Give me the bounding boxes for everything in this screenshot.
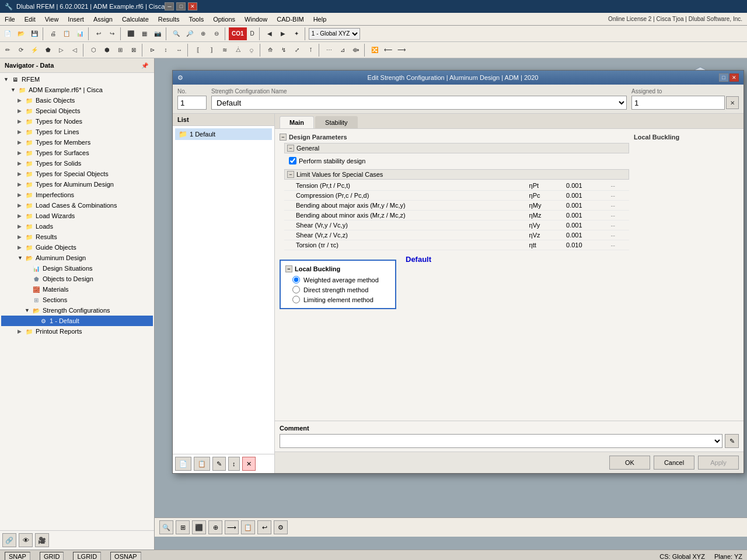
nav-root-rfem[interactable]: ▼ 🖥 RFEM (1, 74, 153, 85)
tb2-btn-18[interactable]: ⍜ (245, 44, 258, 57)
sidebar-item-design-situations[interactable]: 📊 Design Situations (1, 263, 153, 274)
comment-edit-btn[interactable]: ✎ (725, 434, 739, 448)
sidebar-item-1-default[interactable]: ⚙ 1 - Default (1, 316, 153, 326)
tb2-btn-1[interactable]: ✏ (1, 44, 14, 57)
sidebar-item-sections[interactable]: ⊞ Sections (1, 295, 153, 305)
tb2-btn-5[interactable]: ▷ (55, 44, 68, 57)
tb2-btn-2[interactable]: ⟳ (15, 44, 27, 57)
tb2-btn-3[interactable]: ⚡ (28, 44, 41, 57)
assigned-input[interactable] (631, 96, 725, 110)
sidebar-item-aluminum-design[interactable]: ▼ 📂 Aluminum Design (1, 253, 153, 263)
lgrid-status[interactable]: LGRID (73, 552, 101, 561)
tb2-btn-8[interactable]: ⬢ (100, 44, 113, 57)
list-delete-btn[interactable]: ✕ (242, 457, 256, 471)
collapse-design-params[interactable]: − (280, 134, 287, 141)
tb2-btn-28[interactable]: ⟶ (395, 44, 408, 57)
sidebar-item-materials[interactable]: 🧱 Materials (1, 284, 153, 295)
sidebar-item-types-nodes[interactable]: ▶ 📁 Types for Nodes (1, 116, 153, 127)
nav-footer-btn-3[interactable]: 🎥 (35, 533, 49, 547)
menu-assign[interactable]: Assign (89, 15, 117, 24)
sidebar-item-loads[interactable]: ▶ 📁 Loads (1, 221, 153, 232)
tb2-btn-17[interactable]: ⧊ (232, 44, 245, 57)
menu-window[interactable]: Window (240, 15, 272, 24)
tb2-btn-12[interactable]: ↕ (159, 44, 172, 57)
tb-btn-extra-1[interactable]: ◀ (263, 27, 276, 40)
maximize-button[interactable]: □ (176, 2, 186, 10)
bottom-btn-settings[interactable]: ⚙ (274, 520, 288, 534)
list-copy-btn[interactable]: 📋 (194, 457, 210, 471)
menu-view[interactable]: View (40, 15, 64, 24)
tb2-btn-27[interactable]: ⟵ (382, 44, 395, 57)
sidebar-item-load-wizards[interactable]: ▶ 📁 Load Wizards (1, 211, 153, 221)
menu-tools[interactable]: Tools (184, 15, 208, 24)
zoom-btn-3[interactable]: ⊕ (197, 27, 210, 40)
osnap-status[interactable]: OSNAP (110, 552, 141, 561)
bottom-btn-lines[interactable]: ⟶ (225, 520, 239, 534)
bottom-btn-undo[interactable]: ↩ (257, 520, 271, 534)
tb-btn-extra-3[interactable]: ✦ (290, 27, 303, 40)
radio-direct-input[interactable] (292, 286, 300, 293)
tb2-btn-21[interactable]: ⤢ (291, 44, 303, 57)
tb2-btn-6[interactable]: ◁ (68, 44, 81, 57)
snap-status[interactable]: SNAP (5, 552, 30, 561)
coord-system-select[interactable]: 1 - Global XYZ (309, 28, 360, 40)
nav-footer-btn-2[interactable]: 👁 (19, 533, 33, 547)
list-add-btn[interactable]: 📄 (175, 457, 191, 471)
open-btn[interactable]: 📂 (15, 27, 27, 40)
sidebar-item-types-special-objects[interactable]: ▶ 📁 Types for Special Objects (1, 169, 153, 179)
bottom-btn-nodes[interactable]: ⊕ (208, 520, 222, 534)
zoom-btn-1[interactable]: 🔍 (170, 27, 183, 40)
tb2-btn-9[interactable]: ⊞ (114, 44, 127, 57)
tb2-btn-11[interactable]: ⊳ (146, 44, 159, 57)
nav-footer-btn-1[interactable]: 🔗 (2, 533, 16, 547)
tb2-btn-16[interactable]: ≋ (218, 44, 231, 57)
save-btn[interactable]: 💾 (28, 27, 41, 40)
menu-help[interactable]: Help (309, 15, 331, 24)
menu-file[interactable]: File (0, 15, 20, 24)
tb-btn-2[interactable]: 📋 (60, 27, 73, 40)
sidebar-item-types-aluminum[interactable]: ▶ 📁 Types for Aluminum Design (1, 179, 153, 190)
collapse-limit-values[interactable]: − (287, 171, 294, 178)
tb2-btn-10[interactable]: ⊠ (127, 44, 140, 57)
no-input[interactable] (177, 96, 207, 110)
tb2-btn-23[interactable]: ⋯ (323, 44, 336, 57)
view-btn-3[interactable]: 📷 (151, 27, 164, 40)
bottom-btn-search[interactable]: 🔍 (159, 520, 173, 534)
collapse-general[interactable]: − (287, 145, 294, 152)
print-btn[interactable]: 🖨 (47, 27, 60, 40)
tb2-btn-20[interactable]: ↯ (277, 44, 290, 57)
sidebar-item-load-cases[interactable]: ▶ 📁 Load Cases & Combinations (1, 200, 153, 211)
apply-button[interactable]: Apply (698, 456, 739, 470)
list-item-1[interactable]: 📁 1 Default (175, 128, 272, 140)
comment-select[interactable] (280, 434, 722, 448)
view-btn-1[interactable]: ⬛ (124, 27, 137, 40)
navigator-pin-btn[interactable]: 📌 (140, 61, 149, 70)
cancel-button[interactable]: Cancel (654, 456, 694, 470)
menu-cad-bim[interactable]: CAD-BIM (272, 15, 308, 24)
dialog-maximize-btn[interactable]: □ (719, 74, 728, 82)
tb2-btn-4[interactable]: ⬟ (41, 44, 54, 57)
nav-project[interactable]: ▼ 📁 ADM Example.rf6* | Cisca (1, 85, 153, 95)
assigned-clear-btn[interactable]: ✕ (726, 96, 739, 109)
sidebar-item-strength-configurations[interactable]: ▼ 📂 Strength Configurations (1, 305, 153, 316)
tb2-btn-26[interactable]: 🔀 (368, 44, 381, 57)
dialog-close-btn[interactable]: ✕ (729, 74, 739, 82)
radio-limiting-input[interactable] (292, 296, 300, 303)
sidebar-item-types-solids[interactable]: ▶ 📁 Types for Solids (1, 158, 153, 169)
list-rename-btn[interactable]: ✎ (212, 457, 226, 471)
co1-btn[interactable]: CO1 (229, 27, 247, 40)
zoom-btn-4[interactable]: ⊖ (210, 27, 223, 40)
tb2-btn-19[interactable]: ⟰ (264, 44, 277, 57)
sidebar-item-printout-reports[interactable]: ▶ 📁 Printout Reports (1, 326, 153, 337)
tb2-btn-7[interactable]: ⬡ (87, 44, 100, 57)
tb-btn-extra-2[interactable]: ▶ (277, 27, 289, 40)
new-btn[interactable]: 📄 (1, 27, 14, 40)
tab-stability[interactable]: Stability (315, 116, 358, 128)
undo-btn[interactable]: ↩ (92, 27, 105, 40)
tb2-btn-24[interactable]: ⊿ (336, 44, 349, 57)
collapse-local-buckling[interactable]: − (285, 265, 292, 272)
tb2-btn-22[interactable]: ⊺ (304, 44, 317, 57)
bottom-btn-view[interactable]: ⬛ (192, 520, 206, 534)
sidebar-item-special-objects[interactable]: ▶ 📁 Special Objects (1, 106, 153, 116)
sidebar-item-guide-objects[interactable]: ▶ 📁 Guide Objects (1, 242, 153, 253)
